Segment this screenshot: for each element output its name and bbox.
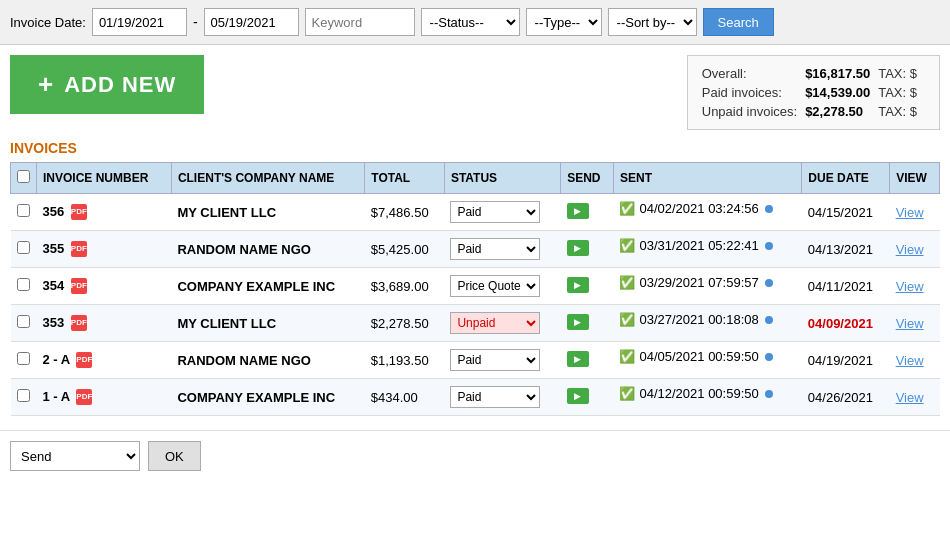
send-icon[interactable] bbox=[567, 277, 589, 293]
pdf-icon[interactable]: PDF bbox=[76, 352, 92, 368]
table-row: 354 PDFCOMPANY EXAMPLE INC$3,689.00PaidU… bbox=[11, 268, 940, 305]
due-date-cell: 04/11/2021 bbox=[802, 268, 890, 305]
pdf-icon[interactable]: PDF bbox=[76, 389, 92, 405]
unpaid-label: Unpaid invoices: bbox=[702, 102, 805, 121]
dot-icon bbox=[765, 279, 773, 287]
status-select[interactable]: PaidUnpaidPrice Quote bbox=[450, 386, 540, 408]
status-cell: PaidUnpaidPrice Quote bbox=[444, 268, 560, 305]
view-link[interactable]: View bbox=[896, 205, 924, 220]
invoices-table: INVOICE NUMBER CLIENT'S COMPANY NAME TOT… bbox=[10, 162, 940, 416]
sent-check-icon: ✅ bbox=[619, 275, 635, 290]
view-link[interactable]: View bbox=[896, 353, 924, 368]
date-to-input[interactable] bbox=[204, 8, 299, 36]
header-status: STATUS bbox=[444, 163, 560, 194]
bulk-action-select[interactable]: Send Mark Paid Delete bbox=[10, 441, 140, 471]
select-all-checkbox[interactable] bbox=[17, 170, 30, 183]
paid-amount: $14,539.00 bbox=[805, 83, 878, 102]
status-select[interactable]: PaidUnpaidPrice Quote bbox=[450, 312, 540, 334]
status-select[interactable]: PaidUnpaidPrice Quote bbox=[450, 349, 540, 371]
status-cell: PaidUnpaidPrice Quote bbox=[444, 231, 560, 268]
invoice-number-cell: 354 PDF bbox=[37, 268, 172, 305]
view-link[interactable]: View bbox=[896, 242, 924, 257]
company-name-cell: MY CLIENT LLC bbox=[171, 194, 364, 231]
invoice-number-value: 353 bbox=[43, 315, 65, 330]
overall-amount: $16,817.50 bbox=[805, 64, 878, 83]
pdf-icon[interactable]: PDF bbox=[71, 315, 87, 331]
due-date-cell: 04/26/2021 bbox=[802, 379, 890, 416]
send-icon[interactable] bbox=[567, 203, 589, 219]
sent-date-value: 03/31/2021 05:22:41 bbox=[639, 238, 758, 253]
sort-select[interactable]: --Sort by-- bbox=[608, 8, 697, 36]
invoice-number-cell: 1 - A PDF bbox=[37, 379, 172, 416]
view-cell: View bbox=[890, 231, 940, 268]
status-cell: PaidUnpaidPrice Quote bbox=[444, 342, 560, 379]
add-new-button[interactable]: + ADD NEW bbox=[10, 55, 204, 114]
summary-box: Overall: $16,817.50 TAX: $ Paid invoices… bbox=[687, 55, 940, 130]
invoice-number-cell: 355 PDF bbox=[37, 231, 172, 268]
header-company-name: CLIENT'S COMPANY NAME bbox=[171, 163, 364, 194]
row-checkbox[interactable] bbox=[17, 315, 30, 328]
sent-check-icon: ✅ bbox=[619, 349, 635, 364]
status-select[interactable]: PaidUnpaidPrice Quote bbox=[450, 201, 540, 223]
table-header-row: INVOICE NUMBER CLIENT'S COMPANY NAME TOT… bbox=[11, 163, 940, 194]
row-checkbox[interactable] bbox=[17, 241, 30, 254]
bottom-bar: Send Mark Paid Delete OK bbox=[0, 430, 950, 481]
pdf-icon[interactable]: PDF bbox=[71, 204, 87, 220]
status-select[interactable]: PaidUnpaidPrice Quote bbox=[450, 238, 540, 260]
pdf-icon[interactable]: PDF bbox=[71, 241, 87, 257]
sent-cell: ✅ 04/12/2021 00:59:50 bbox=[613, 379, 801, 408]
status-select[interactable]: --Status-- Paid Unpaid Price Quote bbox=[421, 8, 520, 36]
total-cell: $2,278.50 bbox=[365, 305, 445, 342]
sent-date-value: 04/05/2021 00:59:50 bbox=[639, 349, 758, 364]
send-cell bbox=[561, 379, 614, 416]
row-checkbox[interactable] bbox=[17, 352, 30, 365]
top-row: + ADD NEW Overall: $16,817.50 TAX: $ Pai… bbox=[10, 55, 940, 130]
table-row: 1 - A PDFCOMPANY EXAMPLE INC$434.00PaidU… bbox=[11, 379, 940, 416]
row-checkbox[interactable] bbox=[17, 204, 30, 217]
due-date-cell: 04/15/2021 bbox=[802, 194, 890, 231]
dot-icon bbox=[765, 205, 773, 213]
type-select[interactable]: --Type-- bbox=[526, 8, 602, 36]
header-view: VIEW bbox=[890, 163, 940, 194]
status-cell: PaidUnpaidPrice Quote bbox=[444, 379, 560, 416]
total-cell: $3,689.00 bbox=[365, 268, 445, 305]
ok-button[interactable]: OK bbox=[148, 441, 201, 471]
overall-tax: TAX: $ bbox=[878, 64, 925, 83]
due-date-cell: 04/13/2021 bbox=[802, 231, 890, 268]
unpaid-amount: $2,278.50 bbox=[805, 102, 878, 121]
company-name-cell: COMPANY EXAMPLE INC bbox=[171, 379, 364, 416]
view-cell: View bbox=[890, 342, 940, 379]
view-cell: View bbox=[890, 194, 940, 231]
date-separator: - bbox=[193, 14, 198, 30]
view-link[interactable]: View bbox=[896, 316, 924, 331]
status-select[interactable]: PaidUnpaidPrice Quote bbox=[450, 275, 540, 297]
view-cell: View bbox=[890, 379, 940, 416]
paid-label: Paid invoices: bbox=[702, 83, 805, 102]
table-row: 2 - A PDFRANDOM NAME NGO$1,193.50PaidUnp… bbox=[11, 342, 940, 379]
row-checkbox[interactable] bbox=[17, 278, 30, 291]
invoice-number-value: 355 bbox=[43, 241, 65, 256]
send-icon[interactable] bbox=[567, 240, 589, 256]
search-button[interactable]: Search bbox=[703, 8, 774, 36]
send-icon[interactable] bbox=[567, 314, 589, 330]
company-name-cell: COMPANY EXAMPLE INC bbox=[171, 268, 364, 305]
status-cell: PaidUnpaidPrice Quote bbox=[444, 194, 560, 231]
dot-icon bbox=[765, 316, 773, 324]
view-link[interactable]: View bbox=[896, 390, 924, 405]
table-row: 356 PDFMY CLIENT LLC$7,486.50PaidUnpaidP… bbox=[11, 194, 940, 231]
row-checkbox[interactable] bbox=[17, 389, 30, 402]
keyword-input[interactable] bbox=[305, 8, 415, 36]
send-icon[interactable] bbox=[567, 351, 589, 367]
pdf-icon[interactable]: PDF bbox=[71, 278, 87, 294]
sent-check-icon: ✅ bbox=[619, 238, 635, 253]
invoice-number-cell: 2 - A PDF bbox=[37, 342, 172, 379]
view-link[interactable]: View bbox=[896, 279, 924, 294]
total-cell: $1,193.50 bbox=[365, 342, 445, 379]
sent-date-value: 04/12/2021 00:59:50 bbox=[639, 386, 758, 401]
date-from-input[interactable] bbox=[92, 8, 187, 36]
header-due-date: DUE DATE bbox=[802, 163, 890, 194]
header-total: TOTAL bbox=[365, 163, 445, 194]
plus-icon: + bbox=[38, 69, 54, 100]
send-icon[interactable] bbox=[567, 388, 589, 404]
sent-check-icon: ✅ bbox=[619, 201, 635, 216]
